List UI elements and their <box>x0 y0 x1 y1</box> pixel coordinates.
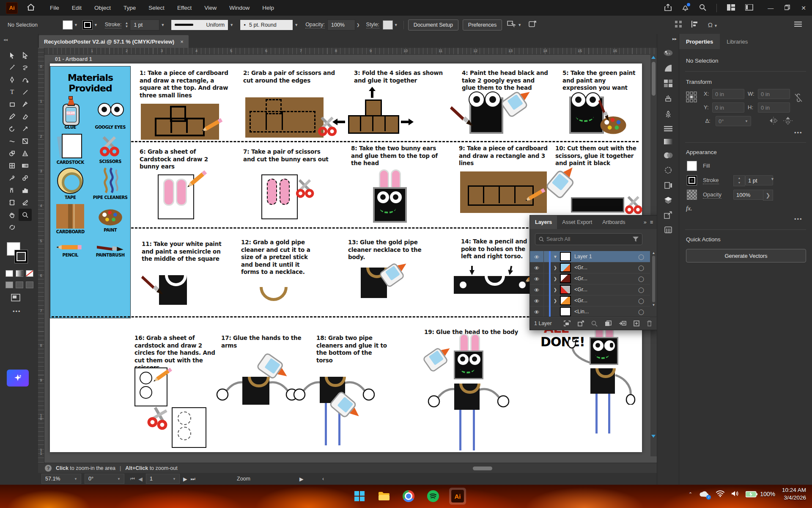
tab-artboards[interactable]: Artboards <box>597 215 630 229</box>
close-button[interactable]: ✕ <box>801 5 806 11</box>
stroke-color-well[interactable] <box>14 250 28 263</box>
panel-toggle-icon[interactable] <box>745 4 753 12</box>
make-clipping-mask-icon[interactable] <box>605 320 612 326</box>
chevron-right-icon[interactable]: ❯ <box>357 23 360 27</box>
stroke-label[interactable]: Stroke <box>703 177 719 184</box>
rotation-select[interactable]: 0°▼ <box>85 474 124 484</box>
play-icon[interactable]: ▶ <box>299 476 304 482</box>
chevron-down-icon[interactable]: ▼ <box>94 23 98 27</box>
line-segment-tool[interactable] <box>19 86 32 98</box>
export-panel-icon[interactable] <box>664 211 672 219</box>
collapse-dock-icon[interactable]: ▸▸ <box>672 36 677 41</box>
layer-thumbnail[interactable] <box>560 274 571 283</box>
delete-layer-icon[interactable] <box>647 320 652 326</box>
layer-thumbnail[interactable] <box>560 307 571 316</box>
artboard-tool[interactable] <box>5 196 19 209</box>
hamburger-menu-icon[interactable] <box>794 22 802 28</box>
chevron-down-icon[interactable]: ▼ <box>771 177 774 181</box>
direct-selection-tool[interactable] <box>19 49 32 61</box>
lasso-tool[interactable] <box>19 61 32 74</box>
notifications-icon[interactable] <box>682 4 689 12</box>
gradient-tool[interactable] <box>19 160 32 172</box>
curvature-tool[interactable] <box>19 74 32 86</box>
rotation-field[interactable]: 0°▼ <box>716 116 751 126</box>
zoom-tool[interactable] <box>19 209 32 221</box>
chevron-down-icon[interactable]: ▼ <box>518 23 521 27</box>
edit-toolbar-icon[interactable] <box>529 21 536 29</box>
color-panel-icon[interactable] <box>664 48 673 57</box>
menu-type[interactable]: Type <box>123 5 136 11</box>
chevron-right-icon[interactable]: ❯ <box>551 265 560 270</box>
menu-effect[interactable]: Effect <box>177 5 192 11</box>
vertical-scroll-thumb[interactable] <box>652 62 656 96</box>
scroll-down-icon[interactable]: ▼ <box>651 303 656 307</box>
fill-stroke-indicator[interactable] <box>7 242 29 264</box>
menu-edit[interactable]: Edit <box>72 5 82 11</box>
file-explorer-icon[interactable] <box>376 488 392 505</box>
stroke-swatch[interactable] <box>82 20 93 30</box>
restore-button[interactable] <box>785 5 790 11</box>
swatches-panel-icon[interactable] <box>664 80 672 87</box>
slice-tool[interactable] <box>19 196 32 209</box>
prev-artboard-icon[interactable]: ◀ <box>138 476 143 482</box>
x-field[interactable]: 0 in <box>712 89 744 99</box>
last-artboard-icon[interactable]: ⏭ <box>191 476 195 482</box>
variable-width-select[interactable]: Uniform <box>171 19 228 30</box>
fx-label[interactable]: fx. <box>686 205 692 212</box>
selection-tool[interactable] <box>5 49 19 61</box>
symbol-sprayer-tool[interactable] <box>5 184 19 196</box>
grid-snap-icon[interactable] <box>675 21 682 29</box>
gradient-mode-button[interactable] <box>16 270 23 277</box>
more-options-icon[interactable]: ••• <box>794 216 803 222</box>
tab-asset-export[interactable]: Asset Export <box>557 215 597 229</box>
target-circle-icon[interactable]: ◯ <box>638 287 644 293</box>
layer-name[interactable]: <Lin... <box>574 309 589 315</box>
layers-scrollbar[interactable]: ▲ ▼ <box>651 251 656 317</box>
layer-name[interactable]: <Gr... <box>574 298 587 304</box>
visibility-eye-icon[interactable]: 👁 <box>534 298 540 303</box>
menu-help[interactable]: Help <box>262 5 274 11</box>
spotify-icon[interactable] <box>425 488 442 505</box>
reference-point-grid[interactable] <box>686 91 697 102</box>
none-mode-button[interactable] <box>26 270 33 277</box>
menu-select[interactable]: Select <box>148 5 165 11</box>
layer-row[interactable]: 👁 ❯ <Gr... ◯ <box>530 284 650 295</box>
chevron-right-icon[interactable]: ❯ <box>551 276 560 281</box>
style-swatch[interactable] <box>383 20 393 30</box>
appearance-panel-icon[interactable] <box>664 166 672 174</box>
screen-mode-icon[interactable] <box>11 294 20 303</box>
scale-tool[interactable] <box>19 123 32 135</box>
eraser-tool[interactable] <box>19 110 32 123</box>
locate-object-icon[interactable] <box>564 320 571 326</box>
magnet-icon[interactable]: Ω▼ <box>708 21 719 28</box>
close-tab-icon[interactable]: × <box>180 39 184 45</box>
align-icon[interactable] <box>691 21 699 29</box>
pen-tool[interactable] <box>5 74 19 86</box>
collapse-dock-icon[interactable]: ◂◂ <box>3 37 8 42</box>
opacity-field[interactable]: 100% <box>733 190 765 200</box>
fill-swatch[interactable] <box>63 20 73 30</box>
generate-vectors-button[interactable]: Generate Vectors <box>686 249 806 262</box>
generative-ai-button[interactable] <box>7 370 29 387</box>
stroke-panel-icon[interactable] <box>664 126 672 132</box>
artboard-number-select[interactable]: 1▼ <box>146 474 180 484</box>
tray-expand-icon[interactable]: ⌃ <box>689 491 692 497</box>
paintbrush-tool[interactable] <box>19 98 32 110</box>
document-setup-button[interactable]: Document Setup <box>408 19 458 30</box>
visibility-eye-icon[interactable]: 👁 <box>534 254 540 259</box>
chevron-down-icon[interactable]: ▼ <box>551 254 560 259</box>
stroke-swatch[interactable] <box>687 175 697 185</box>
filter-icon[interactable] <box>633 237 639 242</box>
flip-horizontal-icon[interactable] <box>769 117 778 124</box>
layer-thumbnail[interactable] <box>560 252 571 261</box>
chevron-right-icon[interactable]: ❯ <box>551 298 560 303</box>
horizontal-scroll-thumb[interactable] <box>473 467 492 470</box>
opacity-field[interactable]: 100% <box>327 19 355 30</box>
stroke-stepper[interactable]: ▲▼ <box>125 22 128 28</box>
draw-behind-button[interactable] <box>16 282 23 288</box>
layer-thumbnail[interactable] <box>560 296 571 305</box>
graph-tool[interactable] <box>19 184 32 196</box>
layer-row[interactable]: 👁 ▼ Layer 1 ◯ <box>530 251 650 262</box>
stroke-width-field[interactable]: 1 pt <box>130 19 159 30</box>
menu-file[interactable]: File <box>50 5 59 11</box>
